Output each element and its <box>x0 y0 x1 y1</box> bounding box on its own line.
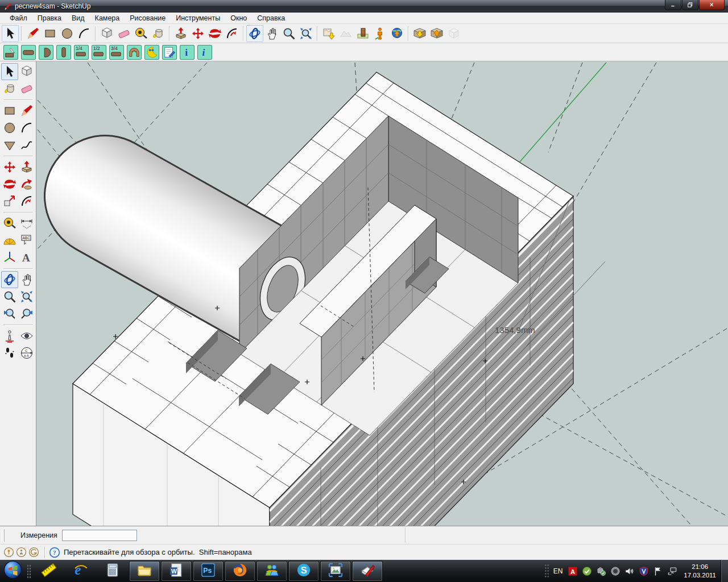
sidebar-zoom-previous-button[interactable] <box>1 305 18 322</box>
sidebar-walk-button[interactable] <box>1 344 18 361</box>
menu-item-5[interactable]: Инструменты <box>171 13 225 23</box>
component-figure-button[interactable] <box>371 25 388 42</box>
edit-note-button[interactable] <box>162 45 177 60</box>
sidebar-polygon-button[interactable] <box>1 136 18 153</box>
sidebar-zoom-button[interactable] <box>1 288 18 305</box>
help-question-icon[interactable]: ? <box>49 547 60 558</box>
zoom-extents-button[interactable] <box>297 25 315 42</box>
minimize-button[interactable] <box>665 0 681 10</box>
add-location-button[interactable] <box>320 25 337 42</box>
zoom-button[interactable] <box>280 25 297 42</box>
taskbar-word-button[interactable]: W <box>161 561 192 581</box>
menu-item-7[interactable]: Справка <box>252 13 290 23</box>
brick-edge-button[interactable] <box>56 45 71 60</box>
restore-button[interactable] <box>682 0 698 10</box>
sidebar-paint-bucket-button[interactable] <box>1 80 18 97</box>
sidebar-rectangle-button[interactable] <box>1 102 18 119</box>
tray-adobe-updater-icon[interactable]: A <box>568 566 578 576</box>
toolbar-grip[interactable] <box>2 529 5 542</box>
brick-fraction-1-4-button[interactable]: 1/4 <box>74 45 89 60</box>
sidebar-push-pull-button[interactable] <box>18 159 35 176</box>
brick-arch-button[interactable] <box>127 45 142 60</box>
tray-network-icon[interactable] <box>667 566 677 576</box>
sidebar-arc-button[interactable] <box>18 119 35 136</box>
language-indicator[interactable]: EN <box>553 567 563 575</box>
eraser-button[interactable] <box>115 25 133 42</box>
rectangle-button[interactable] <box>42 25 59 42</box>
sidebar-make-component-button[interactable] <box>18 63 35 80</box>
sidebar-orbit-button[interactable] <box>1 271 18 288</box>
select-button[interactable] <box>2 25 19 42</box>
sidebar-move-button[interactable] <box>1 159 18 176</box>
sidebar-axes-button[interactable] <box>1 249 18 266</box>
sidebar-text-label-button[interactable]: ABC <box>18 232 35 249</box>
taskbar-photo-viewer-button[interactable] <box>320 561 351 581</box>
menu-item-2[interactable]: Вид <box>67 13 90 23</box>
tray-antivirus-shield-icon[interactable] <box>639 566 649 576</box>
tray-volume-icon[interactable] <box>624 566 635 576</box>
info-italic-button[interactable]: i <box>197 45 212 60</box>
show-desktop-button[interactable] <box>721 560 728 582</box>
menu-item-0[interactable]: Файл <box>5 13 32 23</box>
sidebar-line-button[interactable] <box>18 102 35 119</box>
sidebar-tape-measure-button[interactable] <box>1 215 18 232</box>
orbit-button[interactable] <box>246 25 263 42</box>
brick-full-button[interactable] <box>21 45 36 60</box>
sidebar-text-3d-button[interactable]: A <box>18 249 35 266</box>
make-component-button[interactable] <box>98 25 115 42</box>
hidden-icons-grip[interactable] <box>544 564 549 579</box>
info-button[interactable]: i <box>180 45 195 60</box>
sidebar-zoom-extents-button[interactable] <box>18 288 35 305</box>
sidebar-select-button[interactable] <box>1 63 18 80</box>
start-button[interactable] <box>0 560 25 582</box>
pan-button[interactable] <box>263 25 280 42</box>
sidebar-follow-me-button[interactable] <box>18 176 35 193</box>
taskbar-sketchup-button[interactable] <box>352 561 383 581</box>
taskbar-internet-explorer-button[interactable]: e <box>65 561 96 581</box>
taskbar-folding-ruler-button[interactable] <box>34 561 64 581</box>
sidebar-zoom-next-button[interactable] <box>18 305 35 322</box>
sidebar-position-camera-button[interactable] <box>1 327 18 344</box>
share-model-button[interactable] <box>428 25 445 42</box>
tape-measure-button[interactable] <box>133 25 150 42</box>
rotate-button[interactable] <box>206 25 224 42</box>
taskbar-firefox-button[interactable] <box>225 561 255 581</box>
tray-flag-action-icon[interactable] <box>653 566 663 576</box>
sidebar-pan-button[interactable] <box>18 271 35 288</box>
sidebar-section-plane-button[interactable]: CA-5 <box>18 344 35 361</box>
google-earth-button[interactable] <box>388 25 406 42</box>
brick-fraction-3-4-button[interactable]: 3/4 <box>109 45 124 60</box>
viewport-3d[interactable]: 1354,9mm <box>36 61 728 526</box>
taskbar-clock[interactable]: 21:06 17.03.2011 <box>684 563 716 580</box>
line-button[interactable] <box>24 25 42 42</box>
sidebar-freehand-button[interactable] <box>18 136 35 153</box>
photo-textures-button[interactable] <box>354 25 371 42</box>
taskbar-photoshop-button[interactable]: Ps <box>193 561 224 581</box>
paint-bucket-button[interactable] <box>150 25 167 42</box>
sidebar-rotate-button[interactable] <box>1 176 18 193</box>
brick-fraction-1-2-button[interactable]: 1/2 <box>92 45 106 60</box>
sidebar-circle-button[interactable] <box>1 119 18 136</box>
offset-button[interactable] <box>224 25 241 42</box>
moon-glasses-button[interactable] <box>144 45 159 60</box>
sidebar-look-around-button[interactable] <box>18 327 35 344</box>
arc-button[interactable] <box>76 25 93 42</box>
menu-item-6[interactable]: Окно <box>225 13 252 23</box>
menu-item-1[interactable]: Правка <box>32 13 67 23</box>
taskbar-calculator-button[interactable] <box>97 561 128 581</box>
tray-device-remove-icon[interactable] <box>596 566 606 576</box>
brick-half-button[interactable] <box>39 45 53 60</box>
credits-status-icon[interactable] <box>28 547 39 558</box>
geo-status-icon[interactable] <box>3 547 14 558</box>
sidebar-eraser-button[interactable] <box>18 80 35 97</box>
taskbar-messenger-button[interactable] <box>257 561 287 581</box>
taskbar-windows-explorer-button[interactable] <box>129 561 160 581</box>
tray-recorder-icon[interactable] <box>610 566 621 576</box>
sidebar-scale-button[interactable] <box>1 193 18 210</box>
menu-item-4[interactable]: Рисование <box>125 13 171 23</box>
claim-status-icon[interactable] <box>16 547 27 558</box>
sidebar-dimension-button[interactable] <box>18 215 35 232</box>
measurements-input[interactable] <box>62 530 137 541</box>
close-button[interactable] <box>699 0 725 10</box>
move-button[interactable] <box>189 25 206 42</box>
